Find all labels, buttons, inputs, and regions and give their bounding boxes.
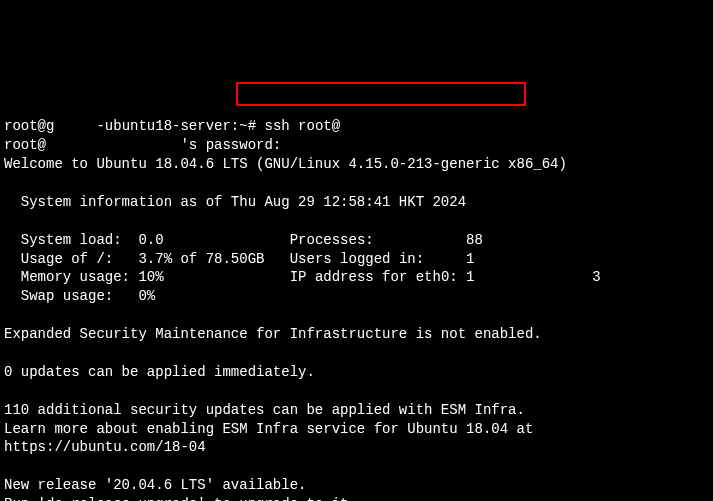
- release-line1: New release '20.04.6 LTS' available.: [4, 477, 306, 493]
- processes-label: Processes:: [290, 232, 466, 248]
- password-prompt-prefix: root@: [4, 137, 46, 153]
- memory-value: 10%: [138, 269, 163, 285]
- sysinfo-header: System information as of Thu Aug 29 12:5…: [4, 194, 466, 210]
- users-label: Users logged in:: [290, 251, 466, 267]
- ssh-command: ssh root@: [256, 118, 340, 134]
- welcome-line: Welcome to Ubuntu 18.04.6 LTS (GNU/Linux…: [4, 156, 567, 172]
- prompt-user: root@g: [4, 118, 54, 134]
- release-line2: Run 'do-release-upgrade' to upgrade to i…: [4, 496, 357, 501]
- terminal-output[interactable]: root@gxxxxx-ubuntu18-server:~# ssh root@…: [4, 80, 709, 501]
- password-prompt-suffix: 's password:: [180, 137, 281, 153]
- usage-value: 3.7% of 78.50GB: [138, 251, 264, 267]
- security-line1: 110 additional security updates can be a…: [4, 402, 525, 418]
- updates-line: 0 updates can be applied immediately.: [4, 364, 315, 380]
- sysload-value: 0.0: [138, 232, 163, 248]
- redacted-ip-value: xxxxxxxxxxxxxx: [475, 269, 593, 285]
- swap-label: Swap usage:: [4, 288, 138, 304]
- swap-value: 0%: [138, 288, 155, 304]
- esm-line: Expanded Security Maintenance for Infras…: [4, 326, 542, 342]
- redacted-text: xxxxx: [54, 118, 96, 134]
- ssh-command-highlight: [236, 82, 526, 106]
- processes-value: 88: [466, 232, 483, 248]
- security-line2: Learn more about enabling ESM Infra serv…: [4, 421, 533, 437]
- redacted-host: xxxxxxxxxxxxxxxx: [46, 137, 180, 153]
- memory-label: Memory usage:: [4, 269, 138, 285]
- prompt-host: -ubuntu18-server:~#: [96, 118, 256, 134]
- ip-label: IP address for eth0:: [290, 269, 466, 285]
- redacted-ip: xxxxxxxxxxxxxxxx: [340, 118, 474, 134]
- users-value: 1: [466, 251, 474, 267]
- sysload-label: System load:: [4, 232, 138, 248]
- ip-value: 1: [466, 269, 474, 285]
- usage-label: Usage of /:: [4, 251, 138, 267]
- security-url: https://ubuntu.com/18-04: [4, 439, 206, 455]
